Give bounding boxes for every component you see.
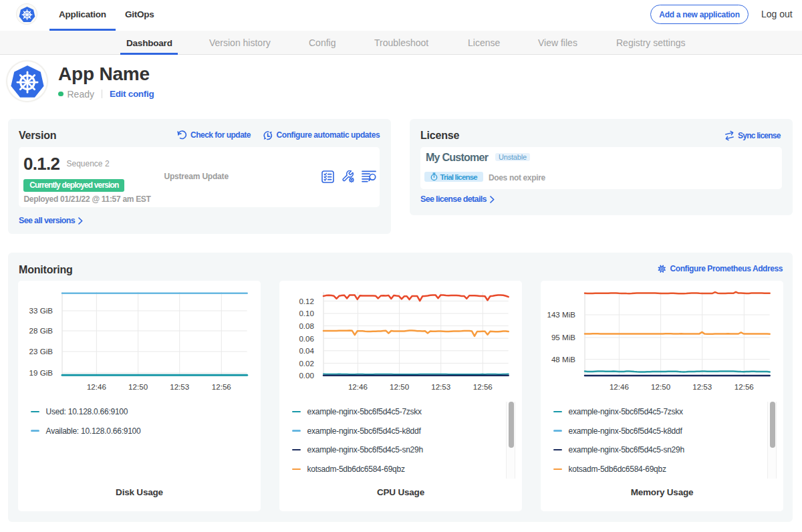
svg-text:0.00: 0.00 bbox=[299, 371, 314, 380]
svg-text:0.12: 0.12 bbox=[299, 297, 314, 305]
svg-text:0.04: 0.04 bbox=[299, 346, 314, 355]
svg-text:12:53: 12:53 bbox=[692, 382, 712, 391]
svg-text:12:50: 12:50 bbox=[651, 382, 670, 391]
svg-text:12:50: 12:50 bbox=[128, 382, 148, 391]
svg-text:12:46: 12:46 bbox=[610, 382, 629, 391]
svg-text:12:50: 12:50 bbox=[390, 382, 409, 391]
svg-text:0.10: 0.10 bbox=[299, 309, 314, 317]
svg-text:12:56: 12:56 bbox=[734, 382, 754, 391]
svg-text:0.06: 0.06 bbox=[299, 334, 314, 343]
svg-text:12:56: 12:56 bbox=[473, 382, 493, 391]
svg-text:12:53: 12:53 bbox=[431, 382, 450, 391]
svg-text:0.08: 0.08 bbox=[299, 321, 314, 330]
svg-text:33 GiB: 33 GiB bbox=[29, 306, 53, 315]
svg-text:143 MiB: 143 MiB bbox=[547, 310, 575, 319]
svg-text:12:56: 12:56 bbox=[212, 382, 231, 391]
svg-text:95 MiB: 95 MiB bbox=[551, 333, 575, 342]
svg-text:0.02: 0.02 bbox=[299, 359, 314, 368]
svg-text:19 GiB: 19 GiB bbox=[29, 368, 53, 377]
svg-text:23 GiB: 23 GiB bbox=[29, 347, 53, 356]
svg-text:12:53: 12:53 bbox=[170, 382, 189, 391]
svg-text:12:46: 12:46 bbox=[348, 382, 368, 391]
svg-text:28 GiB: 28 GiB bbox=[29, 326, 53, 335]
svg-text:48 MiB: 48 MiB bbox=[551, 355, 575, 364]
svg-text:12:46: 12:46 bbox=[87, 382, 106, 391]
